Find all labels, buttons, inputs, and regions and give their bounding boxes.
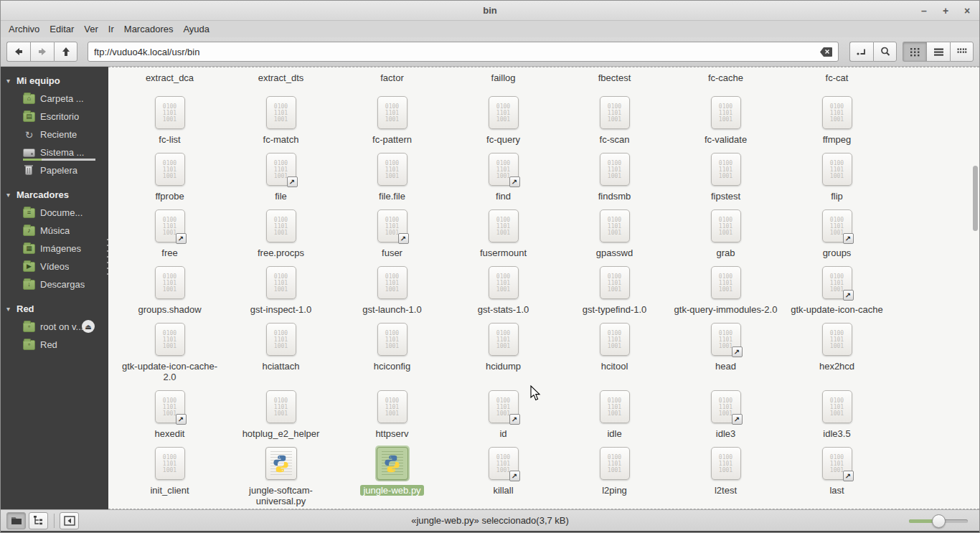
file-item[interactable]: 010011011001↗hexedit bbox=[114, 389, 225, 439]
file-icon-box[interactable]: 010011011001↗ bbox=[487, 389, 520, 425]
file-item[interactable]: extract_dca bbox=[114, 69, 225, 83]
file-icon-box[interactable]: 010011011001 bbox=[710, 265, 743, 301]
file-icon-box[interactable]: 010011011001 bbox=[821, 321, 854, 357]
file-item[interactable]: 010011011001↗gtk-update-icon-cache bbox=[781, 265, 892, 315]
file-icon-box[interactable]: 010011011001 bbox=[376, 265, 409, 301]
sidebar-item-reciente[interactable]: ↻Reciente bbox=[1, 126, 108, 143]
file-icon-box[interactable]: 010011011001 bbox=[821, 389, 854, 425]
file-icon-box[interactable]: 010011011001↗ bbox=[154, 208, 187, 244]
file-icon-box[interactable]: 010011011001↗ bbox=[265, 151, 298, 187]
file-item[interactable]: jungle-softcam-universal.py bbox=[225, 445, 336, 506]
compact-view-button[interactable] bbox=[950, 42, 974, 62]
file-item[interactable]: 010011011001↗groups bbox=[781, 208, 892, 258]
file-icon-box[interactable]: 010011011001↗ bbox=[487, 445, 520, 481]
file-item[interactable]: fbectest bbox=[559, 69, 670, 83]
file-icon-box[interactable]: 010011011001 bbox=[710, 151, 743, 187]
up-button[interactable] bbox=[54, 42, 77, 62]
search-button[interactable] bbox=[873, 42, 897, 62]
file-icon-box[interactable]: 010011011001 bbox=[710, 208, 743, 244]
file-icon-box[interactable]: 010011011001 bbox=[598, 389, 631, 425]
file-icon-box[interactable] bbox=[264, 445, 298, 481]
sidebar-section-header[interactable]: ▾Red bbox=[1, 300, 108, 318]
file-item[interactable]: 010011011001↗idle3 bbox=[670, 389, 781, 439]
file-item[interactable]: 010011011001hcitool bbox=[559, 321, 670, 382]
sidebar-item-escritorio[interactable]: ▤Escritorio bbox=[1, 108, 108, 126]
file-icon-box[interactable]: 010011011001 bbox=[154, 445, 187, 481]
file-item[interactable]: 010011011001gst-typefind-1.0 bbox=[559, 265, 670, 315]
hide-sidebar-button[interactable] bbox=[60, 512, 79, 529]
file-item[interactable]: 010011011001fc-list bbox=[114, 95, 225, 145]
file-icon-box[interactable]: 010011011001 bbox=[598, 95, 631, 131]
file-item[interactable]: 010011011001init_client bbox=[114, 445, 225, 506]
file-grid-area[interactable]: extract_dcaextract_dtsfactorfaillogfbect… bbox=[108, 67, 979, 509]
file-item[interactable]: 010011011001fc-query bbox=[448, 95, 559, 145]
file-item[interactable]: 010011011001hcidump bbox=[448, 321, 559, 382]
file-item[interactable]: 010011011001grab bbox=[670, 208, 781, 258]
list-view-button[interactable] bbox=[926, 42, 950, 62]
file-item[interactable]: 010011011001idle3.5 bbox=[781, 389, 892, 439]
file-item[interactable]: 010011011001flip bbox=[781, 151, 892, 202]
file-item[interactable]: 010011011001hotplug_e2_helper bbox=[225, 389, 336, 439]
forward-button[interactable] bbox=[30, 42, 54, 62]
location-text[interactable]: ftp://vuduo4k.local/usr/bin bbox=[94, 47, 820, 57]
file-icon-box[interactable]: 010011011001 bbox=[710, 95, 743, 131]
file-item[interactable]: 010011011001idle bbox=[559, 389, 670, 439]
chevron-down-icon[interactable]: ▾ bbox=[6, 191, 17, 199]
file-item[interactable]: 010011011001free.procps bbox=[225, 208, 336, 258]
menu-item-ayuda[interactable]: Ayuda bbox=[178, 22, 215, 36]
file-item[interactable]: 010011011001findsmb bbox=[559, 151, 670, 202]
file-icon-box[interactable]: 010011011001 bbox=[598, 445, 631, 481]
file-item[interactable]: 010011011001gtk-query-immodules-2.0 bbox=[670, 265, 781, 315]
file-item[interactable]: fc-cache bbox=[670, 69, 781, 83]
file-icon-box[interactable]: 010011011001↗ bbox=[154, 389, 187, 425]
file-icon-box[interactable]: 010011011001↗ bbox=[710, 321, 743, 357]
file-item[interactable]: 010011011001gst-inspect-1.0 bbox=[225, 265, 336, 315]
file-icon-box[interactable]: 010011011001 bbox=[598, 265, 631, 301]
file-icon-box[interactable]: 010011011001 bbox=[154, 151, 187, 187]
file-item[interactable]: 010011011001↗file bbox=[225, 151, 336, 202]
file-icon-box[interactable]: 010011011001 bbox=[487, 95, 520, 131]
file-item[interactable]: factor bbox=[336, 69, 448, 83]
file-icon-box[interactable]: 010011011001 bbox=[265, 95, 298, 131]
location-bar[interactable]: ftp://vuduo4k.local/usr/bin bbox=[88, 42, 839, 62]
file-item[interactable]: 010011011001ffprobe bbox=[114, 151, 225, 202]
file-item[interactable]: 010011011001hciattach bbox=[225, 321, 336, 382]
minimize-button[interactable]: – bbox=[919, 5, 929, 16]
close-button[interactable]: × bbox=[962, 5, 972, 16]
sidebar-item-m-sica[interactable]: ♪Música bbox=[1, 222, 108, 240]
file-item[interactable]: 010011011001↗killall bbox=[448, 445, 559, 506]
file-item[interactable]: 010011011001l2test bbox=[670, 445, 781, 506]
icon-view-button[interactable] bbox=[903, 42, 926, 62]
file-icon-box[interactable]: 010011011001 bbox=[487, 265, 520, 301]
file-icon-box[interactable]: 010011011001 bbox=[376, 151, 409, 187]
zoom-slider-thumb[interactable] bbox=[932, 514, 946, 528]
file-icon-box[interactable]: 010011011001 bbox=[376, 321, 409, 357]
chevron-down-icon[interactable]: ▾ bbox=[6, 77, 17, 85]
titlebar[interactable]: bin – + × bbox=[1, 1, 979, 21]
file-icon-box[interactable]: 010011011001 bbox=[376, 389, 409, 425]
file-icon-box[interactable]: 010011011001 bbox=[598, 208, 631, 244]
chevron-down-icon[interactable]: ▾ bbox=[6, 305, 17, 313]
sidebar-section-header[interactable]: ▾Marcadores bbox=[1, 186, 108, 204]
file-icon-box[interactable]: 010011011001↗ bbox=[710, 389, 743, 425]
file-item[interactable]: 010011011001fipstest bbox=[670, 151, 781, 202]
sidebar-item-root-on-v-[interactable]: ▫root on v...⏏ bbox=[1, 318, 108, 336]
file-item[interactable]: 010011011001fusermount bbox=[448, 208, 559, 258]
file-item[interactable]: 010011011001↗last bbox=[781, 445, 892, 506]
file-icon-box[interactable]: 010011011001 bbox=[154, 95, 187, 131]
file-icon-box[interactable]: 010011011001 bbox=[598, 151, 631, 187]
file-icon-box[interactable]: 010011011001↗ bbox=[821, 445, 854, 481]
file-item[interactable]: 010011011001↗id bbox=[448, 389, 559, 439]
file-icon-box[interactable]: 010011011001 bbox=[821, 95, 854, 131]
sidebar-item-docume-[interactable]: ≡Docume... bbox=[1, 204, 108, 222]
file-item[interactable]: 010011011001groups.shadow bbox=[114, 265, 225, 315]
file-icon-box[interactable]: 010011011001↗ bbox=[487, 151, 520, 187]
file-item[interactable]: extract_dts bbox=[225, 69, 336, 83]
file-item[interactable]: 010011011001hciconfig bbox=[336, 321, 448, 382]
file-icon-box[interactable]: 010011011001 bbox=[710, 445, 743, 481]
file-icon-box[interactable]: 010011011001↗ bbox=[376, 208, 409, 244]
file-icon-box[interactable]: 010011011001 bbox=[265, 208, 298, 244]
file-item[interactable]: 010011011001httpserv bbox=[336, 389, 448, 439]
file-item[interactable]: 010011011001↗fuser bbox=[336, 208, 448, 258]
file-icon-box[interactable]: 010011011001 bbox=[265, 389, 298, 425]
